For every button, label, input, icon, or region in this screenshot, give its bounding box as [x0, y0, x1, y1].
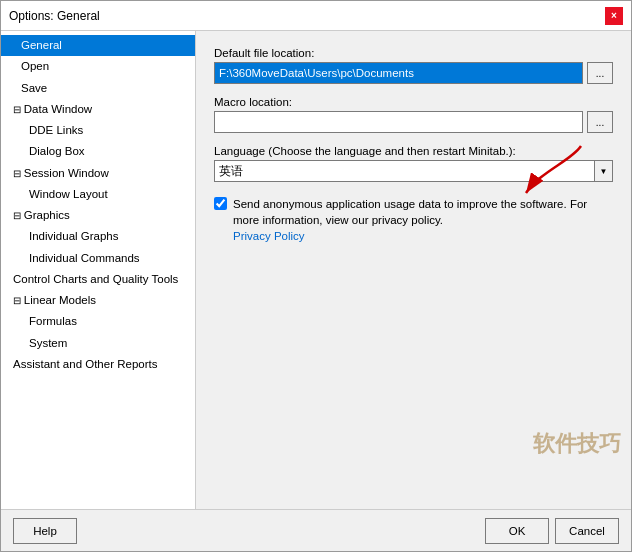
dialog-body: General Open Save Data Window DDE Links …: [1, 31, 631, 509]
sidebar-item-linear-models[interactable]: Linear Models: [1, 290, 195, 311]
language-label: Language (Choose the language and then r…: [214, 145, 613, 157]
default-file-row: ...: [214, 62, 613, 84]
anonymous-data-label: Send anonymous application usage data to…: [233, 198, 587, 226]
sidebar-item-dialog-box[interactable]: Dialog Box: [1, 141, 195, 162]
sidebar-item-data-window[interactable]: Data Window: [1, 99, 195, 120]
language-group: Language (Choose the language and then r…: [214, 145, 613, 182]
macro-location-row: ...: [214, 111, 613, 133]
macro-location-label: Macro location:: [214, 96, 613, 108]
sidebar-item-general[interactable]: General: [1, 35, 195, 56]
ok-button[interactable]: OK: [485, 518, 549, 544]
sidebar-item-open[interactable]: Open: [1, 56, 195, 77]
anonymous-data-checkbox[interactable]: [214, 197, 227, 210]
anonymous-data-label-group: Send anonymous application usage data to…: [233, 196, 613, 242]
dialog-title: Options: General: [9, 9, 100, 23]
default-file-input[interactable]: [214, 62, 583, 84]
language-dropdown-arrow[interactable]: ▼: [595, 160, 613, 182]
language-input[interactable]: [214, 160, 595, 182]
close-button[interactable]: ×: [605, 7, 623, 25]
cancel-button[interactable]: Cancel: [555, 518, 619, 544]
sidebar-item-individual-commands[interactable]: Individual Commands: [1, 248, 195, 269]
sidebar-item-window-layout[interactable]: Window Layout: [1, 184, 195, 205]
sidebar-item-session-window[interactable]: Session Window: [1, 163, 195, 184]
privacy-policy-link[interactable]: Privacy Policy: [233, 230, 613, 242]
sidebar-item-assistant[interactable]: Assistant and Other Reports: [1, 354, 195, 375]
language-dropdown-wrapper: ▼: [214, 160, 613, 182]
sidebar: General Open Save Data Window DDE Links …: [1, 31, 196, 509]
sidebar-item-save[interactable]: Save: [1, 78, 195, 99]
sidebar-item-formulas[interactable]: Formulas: [1, 311, 195, 332]
sidebar-item-graphics[interactable]: Graphics: [1, 205, 195, 226]
sidebar-item-system[interactable]: System: [1, 333, 195, 354]
title-bar: Options: General ×: [1, 1, 631, 31]
sidebar-item-control-charts[interactable]: Control Charts and Quality Tools: [1, 269, 195, 290]
options-dialog: Options: General × General Open Save Dat…: [0, 0, 632, 552]
sidebar-item-individual-graphs[interactable]: Individual Graphs: [1, 226, 195, 247]
main-content: Default file location: ... Macro locatio…: [196, 31, 631, 509]
macro-browse-button[interactable]: ...: [587, 111, 613, 133]
anonymous-data-row: Send anonymous application usage data to…: [214, 196, 613, 242]
default-file-browse-button[interactable]: ...: [587, 62, 613, 84]
macro-location-input[interactable]: [214, 111, 583, 133]
watermark: 软件技巧: [533, 429, 621, 459]
macro-location-group: Macro location: ...: [214, 96, 613, 133]
footer: Help OK Cancel: [1, 509, 631, 551]
default-file-label: Default file location:: [214, 47, 613, 59]
default-file-group: Default file location: ...: [214, 47, 613, 84]
help-button[interactable]: Help: [13, 518, 77, 544]
sidebar-item-dde-links[interactable]: DDE Links: [1, 120, 195, 141]
